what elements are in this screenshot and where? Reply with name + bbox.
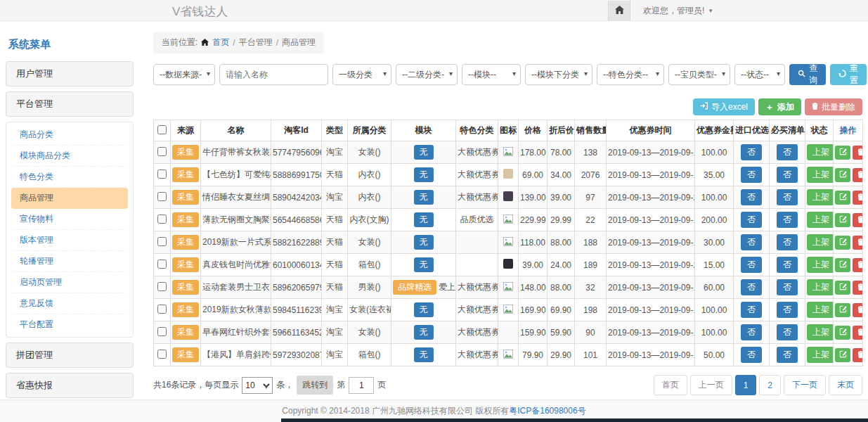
filter-select-1[interactable]: --二级分类-- (396, 64, 458, 85)
import-select-toggle[interactable]: 否 (741, 257, 762, 273)
status-button[interactable]: 上架 (807, 144, 834, 160)
must-buy-toggle[interactable]: 否 (777, 144, 798, 160)
ops-cell[interactable] (834, 254, 863, 276)
edit-button[interactable] (835, 168, 850, 182)
sidebar-item-13[interactable]: 省惠快报 (6, 373, 134, 398)
delete-button[interactable] (853, 168, 863, 182)
import-select-toggle[interactable]: 否 (741, 279, 762, 295)
import-select-toggle[interactable]: 否 (741, 324, 762, 340)
home-button[interactable] (608, 1, 630, 21)
status-cell[interactable]: 上架 (805, 186, 834, 209)
page-button-末页[interactable]: 末页 (829, 375, 862, 395)
sidebar-item-12[interactable]: 拼团管理 (6, 343, 134, 368)
import-select-toggle[interactable]: 否 (741, 234, 762, 250)
status-button[interactable]: 上架 (807, 324, 834, 340)
import-select-cell[interactable]: 否 (734, 209, 770, 231)
edit-button[interactable] (835, 281, 850, 295)
import-select-toggle[interactable]: 否 (741, 167, 762, 183)
ops-cell[interactable] (834, 344, 863, 366)
page-button-2[interactable]: 2 (759, 375, 781, 395)
must-buy-cell[interactable]: 否 (770, 254, 805, 276)
import-select-cell[interactable]: 否 (734, 321, 770, 344)
must-buy-cell[interactable]: 否 (770, 164, 805, 186)
status-cell[interactable]: 上架 (805, 321, 834, 344)
row-checkbox[interactable] (157, 192, 167, 201)
import-select-cell[interactable]: 否 (734, 231, 770, 254)
select-all-checkbox[interactable] (157, 125, 167, 134)
must-buy-toggle[interactable]: 否 (777, 212, 798, 228)
import-select-cell[interactable]: 否 (734, 276, 770, 299)
row-select-cell[interactable] (154, 186, 171, 209)
sidebar-subitem-2[interactable]: 商品分类 (11, 124, 128, 146)
sidebar-subitem-4[interactable]: 特色分类 (11, 167, 128, 188)
must-buy-cell[interactable]: 否 (770, 231, 805, 254)
row-select-cell[interactable] (154, 344, 171, 366)
sidebar-subitem-5[interactable]: 商品管理 (11, 188, 128, 209)
row-checkbox[interactable] (157, 237, 167, 246)
sidebar-subitem-11[interactable]: 平台配置 (11, 314, 128, 335)
user-menu[interactable]: 欢迎您，管理员! ▼ (643, 5, 713, 17)
edit-button[interactable] (835, 303, 850, 317)
status-button[interactable]: 上架 (807, 347, 834, 363)
sidebar-item-1[interactable]: 平台管理 (6, 91, 134, 117)
delete-button[interactable] (853, 146, 863, 160)
batch-delete-button[interactable]: 批量删除 (805, 98, 862, 115)
import-select-cell[interactable]: 否 (734, 141, 770, 164)
ops-cell[interactable] (834, 164, 863, 186)
ops-cell[interactable] (834, 321, 863, 344)
import-excel-button[interactable]: 导入excel (693, 98, 755, 115)
delete-button[interactable] (853, 213, 863, 227)
import-select-cell[interactable]: 否 (734, 164, 770, 186)
status-cell[interactable]: 上架 (805, 164, 834, 186)
status-cell[interactable]: 上架 (805, 276, 834, 299)
must-buy-toggle[interactable]: 否 (777, 167, 798, 183)
must-buy-toggle[interactable]: 否 (777, 324, 798, 340)
import-select-cell[interactable]: 否 (734, 299, 770, 321)
ops-cell[interactable] (834, 299, 863, 321)
must-buy-cell[interactable]: 否 (770, 321, 805, 344)
data-source-select[interactable]: --数据来源-- (153, 64, 215, 85)
import-select-toggle[interactable]: 否 (741, 212, 762, 228)
row-select-cell[interactable] (154, 276, 171, 299)
row-select-cell[interactable] (154, 164, 171, 186)
delete-button[interactable] (853, 326, 863, 340)
reset-button[interactable]: 重置 (830, 64, 867, 85)
must-buy-cell[interactable]: 否 (770, 299, 805, 321)
edit-button[interactable] (835, 326, 850, 340)
must-buy-cell[interactable]: 否 (770, 344, 805, 366)
row-checkbox[interactable] (157, 170, 167, 179)
edit-button[interactable] (835, 236, 850, 250)
filter-select-2[interactable]: --模块-- (462, 64, 521, 85)
page-button-上一页[interactable]: 上一页 (690, 375, 732, 395)
delete-button[interactable] (853, 258, 863, 272)
search-name-input[interactable] (219, 64, 328, 85)
page-button-1[interactable]: 1 (735, 375, 757, 395)
sidebar-item-0[interactable]: 用户管理 (6, 61, 134, 87)
must-buy-toggle[interactable]: 否 (777, 279, 798, 295)
ops-cell[interactable] (834, 141, 863, 164)
row-select-cell[interactable] (154, 299, 171, 321)
status-cell[interactable]: 上架 (805, 254, 834, 276)
search-button[interactable]: 查询 (789, 64, 826, 85)
filter-select-5[interactable]: --宝贝类型-- (668, 64, 730, 85)
page-size-select[interactable]: 10 (242, 377, 273, 394)
row-select-cell[interactable] (154, 209, 171, 231)
row-checkbox[interactable] (157, 350, 167, 359)
icp-link[interactable]: 粤ICP备16098006号 (509, 405, 585, 417)
sidebar-subitem-6[interactable]: 宣传物料 (11, 209, 128, 230)
import-select-toggle[interactable]: 否 (741, 302, 762, 318)
import-select-toggle[interactable]: 否 (741, 189, 762, 205)
row-checkbox[interactable] (157, 282, 167, 291)
edit-button[interactable] (835, 146, 850, 160)
status-button[interactable]: 上架 (807, 189, 834, 205)
row-checkbox[interactable] (157, 260, 167, 269)
must-buy-toggle[interactable]: 否 (777, 189, 798, 205)
row-checkbox[interactable] (157, 215, 167, 224)
must-buy-cell[interactable]: 否 (770, 276, 805, 299)
sidebar-subitem-7[interactable]: 版本管理 (11, 230, 128, 251)
edit-button[interactable] (835, 213, 850, 227)
import-select-toggle[interactable]: 否 (741, 144, 762, 160)
select-all-cell[interactable] (154, 120, 171, 141)
filter-select-3[interactable]: --模块下分类-- (525, 64, 592, 85)
must-buy-toggle[interactable]: 否 (777, 257, 798, 273)
